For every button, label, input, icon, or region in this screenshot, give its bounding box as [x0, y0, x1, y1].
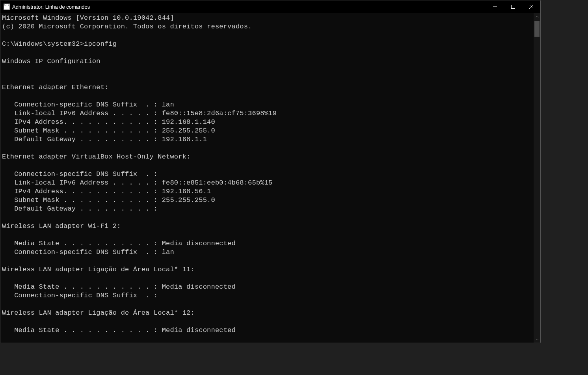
scroll-up-button[interactable]	[534, 13, 540, 20]
titlebar[interactable]: Administrator: Linha de comandos	[0, 0, 540, 13]
client-area: Microsoft Windows [Version 10.0.19042.84…	[0, 13, 540, 343]
maximize-button[interactable]	[504, 0, 522, 13]
chevron-up-icon	[536, 15, 539, 18]
close-icon	[529, 5, 533, 9]
svg-rect-0	[512, 5, 515, 9]
close-button[interactable]	[522, 0, 540, 13]
window-title: Administrator: Linha de comandos	[12, 4, 90, 10]
maximize-icon	[511, 5, 515, 9]
command-prompt-window: Administrator: Linha de comandos Microso…	[0, 0, 541, 343]
minimize-button[interactable]	[486, 0, 504, 13]
vertical-scrollbar[interactable]	[534, 13, 540, 343]
terminal-output[interactable]: Microsoft Windows [Version 10.0.19042.84…	[0, 13, 534, 343]
scroll-down-button[interactable]	[534, 336, 540, 343]
scroll-thumb[interactable]	[534, 21, 540, 37]
cmd-icon	[4, 4, 10, 10]
chevron-down-icon	[536, 338, 539, 341]
minimize-icon	[493, 5, 497, 9]
